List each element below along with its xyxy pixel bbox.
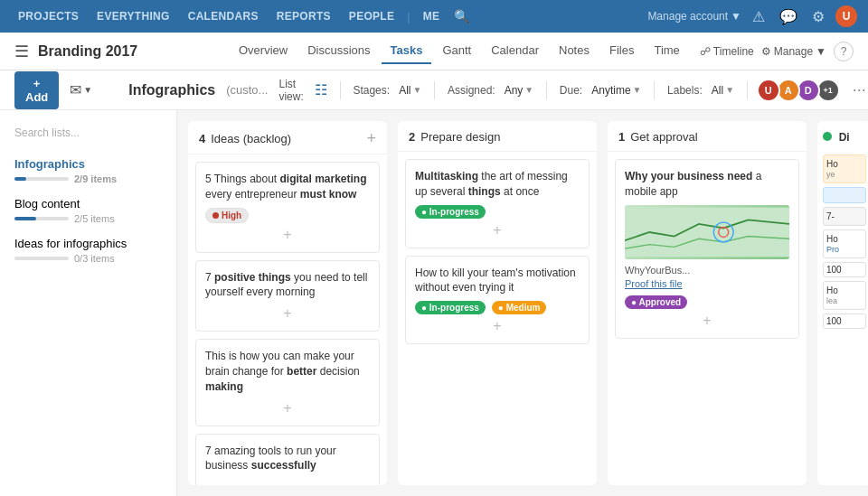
partial-card[interactable] [823, 187, 866, 203]
sidebar: Search lists... Infographics 2/9 items B… [0, 110, 177, 496]
card-item[interactable]: Multitasking the art of messing up sever… [405, 159, 590, 248]
hamburger-icon[interactable]: ☰ [14, 42, 29, 61]
toolbar: + Add ✉ ▼ Infographics (custo... List vi… [0, 70, 868, 110]
manage-button[interactable]: ⚙ Manage ▼ [761, 45, 826, 58]
due-label: Due: [560, 84, 582, 97]
manage-account-btn[interactable]: Manage account ▼ [647, 10, 741, 23]
nav-reports[interactable]: REPORTS [269, 6, 338, 26]
partial-card[interactable]: 7- [823, 207, 866, 226]
col-header-prepare: 2 Prepare design [398, 121, 597, 152]
card-item[interactable]: This is how you can make your brain chan… [195, 339, 380, 426]
user-avatar[interactable]: U [835, 5, 857, 27]
mail-button[interactable]: ✉ ▼ [70, 81, 92, 98]
sidebar-item-name: Infographics [14, 157, 162, 171]
progress-text: 0/3 items [74, 253, 115, 264]
nav-divider: | [407, 10, 410, 23]
sidebar-item-ideas[interactable]: Ideas for infographics 0/3 items [7, 231, 169, 269]
col-header-left: 4 Ideas (backlog) [199, 132, 291, 145]
due-filter[interactable]: Anytime ▼ [591, 84, 641, 97]
col-count: 1 [618, 130, 625, 144]
partial-card[interactable]: Holea [823, 281, 866, 310]
nav-me[interactable]: ME [416, 6, 448, 26]
tab-calendar[interactable]: Calendar [482, 38, 548, 64]
badge-inprogress: ● In-progress [415, 301, 486, 314]
sidebar-item-infographics[interactable]: Infographics 2/9 items [7, 152, 169, 190]
chevron-down-icon: ▼ [725, 85, 734, 95]
tab-gantt[interactable]: Gantt [433, 38, 480, 64]
tab-tasks[interactable]: Tasks [382, 38, 432, 64]
card-add-button[interactable]: + [205, 400, 370, 416]
project-title: Branding 2017 [38, 43, 137, 60]
card-item[interactable]: 7 positive things you need to tell yours… [195, 260, 380, 332]
card-item[interactable]: 5 Things about digital marketing every e… [195, 162, 380, 253]
col-header-left: 2 Prepare design [409, 130, 500, 144]
board-column-prepare: 2 Prepare design Multitasking the art of… [398, 121, 597, 485]
nav-people[interactable]: PEOPLE [342, 6, 401, 26]
progress-bar-fill [14, 177, 26, 181]
col-header-left: 1 Get approval [618, 130, 698, 144]
chevron-down-icon: ▼ [816, 45, 826, 58]
sec-nav-links: Overview Discussions Tasks Gantt Calenda… [230, 38, 689, 64]
col-body-ideas: 5 Things about digital marketing every e… [188, 154, 387, 485]
board-column-ideas: 4 Ideas (backlog) + 5 Things about digit… [188, 121, 387, 485]
tab-notes[interactable]: Notes [550, 38, 599, 64]
avatar-group: U A D +1 [760, 79, 840, 102]
search-lists-input[interactable]: Search lists... [7, 121, 169, 145]
badge-medium: ● Medium [492, 301, 547, 314]
tab-files[interactable]: Files [600, 38, 643, 64]
avatar-u[interactable]: U [757, 79, 780, 102]
chat-icon[interactable]: 💬 [776, 6, 801, 27]
card-add-button[interactable]: + [205, 305, 370, 322]
partial-card[interactable]: 100 [823, 262, 866, 277]
card-item[interactable]: 7 amazing tools to run your business suc… [195, 434, 380, 485]
secondary-navigation: ☰ Branding 2017 Overview Discussions Tas… [0, 33, 868, 70]
partial-card[interactable]: 100 [823, 314, 866, 329]
timeline-icon: ☍ [700, 45, 711, 58]
card-title: Multitasking the art of messing up sever… [415, 169, 580, 200]
chevron-down-icon: ▼ [731, 10, 741, 23]
nav-projects[interactable]: PROJECTS [11, 6, 86, 26]
board-column-partial: Di Hoye 7- HoPro 100 Holea 100 [817, 121, 868, 485]
col-header-ideas: 4 Ideas (backlog) + [188, 121, 387, 154]
card-add-button[interactable]: + [415, 318, 580, 334]
tab-overview[interactable]: Overview [230, 38, 297, 64]
proof-file-link[interactable]: Proof this file [625, 278, 789, 289]
col-count: 4 [199, 132, 205, 145]
card-item[interactable]: How to kill your team's motivation witho… [405, 256, 590, 345]
view-grid-button[interactable]: ☷ [315, 81, 327, 98]
timeline-button[interactable]: ☍ Timeline [700, 45, 754, 58]
col-add-button[interactable]: + [366, 130, 376, 146]
card-item[interactable]: Why your business need a mobile app [615, 159, 799, 339]
card-title: 5 Things about digital marketing every e… [205, 172, 370, 202]
toolbar-divider-6 [747, 81, 748, 99]
gear-icon: ⚙ [761, 45, 771, 58]
settings-icon[interactable]: ⚙ [808, 6, 828, 27]
col-count: 2 [409, 130, 415, 144]
tab-time[interactable]: Time [645, 38, 688, 64]
tab-discussions[interactable]: Discussions [298, 38, 379, 64]
stages-filter[interactable]: All ▼ [399, 84, 421, 97]
card-add-button[interactable]: + [625, 313, 789, 329]
progress-bar-wrap [14, 177, 69, 181]
partial-cards: Hoye 7- HoPro 100 Holea 100 [817, 151, 868, 336]
col-partial-label: Di [839, 131, 850, 144]
partial-card[interactable]: HoPro [823, 229, 866, 258]
help-button[interactable]: ? [834, 42, 854, 61]
card-file-name: WhyYourBus... [625, 265, 789, 276]
bell-icon[interactable]: ⚠ [749, 6, 769, 27]
nav-everything[interactable]: EVERYTHING [90, 6, 177, 26]
col-name: Prepare design [420, 130, 500, 144]
labels-filter[interactable]: All ▼ [712, 84, 734, 97]
sidebar-item-name: Ideas for infographics [14, 237, 162, 250]
nav-calendars[interactable]: CALENDARS [181, 6, 266, 26]
add-button[interactable]: + Add [14, 71, 59, 109]
card-add-button[interactable]: + [205, 227, 370, 243]
board-column-approval: 1 Get approval Why your business need a … [608, 121, 807, 485]
sidebar-item-blog-content[interactable]: Blog content 2/5 items [7, 192, 169, 229]
partial-card[interactable]: Hoye [823, 154, 866, 183]
badge-approved: ● Approved [625, 295, 687, 309]
card-add-button[interactable]: + [415, 222, 580, 239]
assigned-filter[interactable]: Any ▼ [505, 84, 534, 97]
more-options-button[interactable]: ··· [853, 80, 866, 99]
search-icon[interactable]: 🔍 [454, 9, 469, 23]
